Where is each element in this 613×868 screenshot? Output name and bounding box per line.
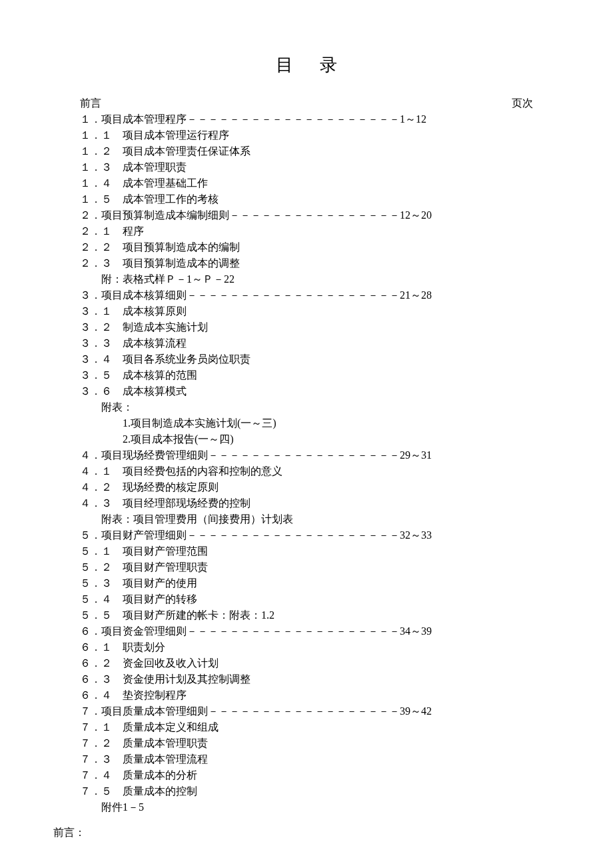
toc-entry: ３．项目成本核算细则－－－－－－－－－－－－－－－－－－－－21～28 — [80, 287, 533, 303]
toc-entry: 附表：项目管理费用（间接费用）计划表 — [80, 511, 533, 527]
toc-entry: ２．３ 项目预算制造成本的调整 — [80, 255, 533, 271]
toc-entry: ５．１ 项目财产管理范围 — [80, 543, 533, 559]
toc-entry: ５．项目财产管理细则－－－－－－－－－－－－－－－－－－－－32～33 — [80, 527, 533, 543]
toc-entry: ２．１ 程序 — [80, 223, 533, 239]
toc-entry: １．４ 成本管理基础工作 — [80, 175, 533, 191]
toc-entry: １．５ 成本管理工作的考核 — [80, 191, 533, 207]
toc-entry: ５．３ 项目财产的使用 — [80, 575, 533, 591]
toc-entry: 附表： — [80, 399, 533, 415]
toc-entry: ６．４ 垫资控制程序 — [80, 687, 533, 703]
toc-entry: ３．２ 制造成本实施计划 — [80, 319, 533, 335]
header-left: 前言 — [80, 95, 101, 111]
toc-entry: ７．３ 质量成本管理流程 — [80, 751, 533, 767]
document-page: 目录 前言 页次 １．项目成本管理程序－－－－－－－－－－－－－－－－－－－－1… — [0, 0, 613, 867]
toc-entry: ３．４ 项目各系统业务员岗位职责 — [80, 351, 533, 367]
toc-entry: ３．５ 成本核算的范围 — [80, 367, 533, 383]
toc-entry: ７．１ 质量成本定义和组成 — [80, 719, 533, 735]
toc-entry: ７．４ 质量成本的分析 — [80, 767, 533, 783]
toc-entry: １．３ 成本管理职责 — [80, 159, 533, 175]
toc-entry: ６．项目资金管理细则－－－－－－－－－－－－－－－－－－－－34～39 — [80, 623, 533, 639]
toc-entry: ６．３ 资金使用计划及其控制调整 — [80, 671, 533, 687]
toc-entry: ３．３ 成本核算流程 — [80, 335, 533, 351]
toc-entry: １．项目成本管理程序－－－－－－－－－－－－－－－－－－－－1～12 — [80, 111, 533, 127]
header-right: 页次 — [512, 95, 533, 111]
toc-entry: 2.项目成本报告(一～四) — [80, 431, 533, 447]
toc-entry: ４．１ 项目经费包括的内容和控制的意义 — [80, 463, 533, 479]
toc-entry: 附件1－5 — [80, 799, 533, 815]
toc-entry: ５．２ 项目财产管理职责 — [80, 559, 533, 575]
toc-entry: ３．１ 成本核算原则 — [80, 303, 533, 319]
toc-entry: 1.项目制造成本实施计划(一～三) — [80, 415, 533, 431]
toc-entry: １．２ 项目成本管理责任保证体系 — [80, 143, 533, 159]
toc-entry: ４．２ 现场经费的核定原则 — [80, 479, 533, 495]
toc-container: 前言 页次 １．项目成本管理程序－－－－－－－－－－－－－－－－－－－－1～12… — [80, 95, 533, 815]
toc-entry: ６．２ 资金回收及收入计划 — [80, 655, 533, 671]
toc-entry: ４．项目现场经费管理细则－－－－－－－－－－－－－－－－－－29～31 — [80, 447, 533, 463]
toc-entry: ７．项目质量成本管理细则－－－－－－－－－－－－－－－－－－39～42 — [80, 703, 533, 719]
toc-entry: ５．５ 项目财产所建的帐卡：附表：1.2 — [80, 607, 533, 623]
page-title: 目录 — [53, 53, 560, 77]
toc-entry: １．１ 项目成本管理运行程序 — [80, 127, 533, 143]
toc-entry: ６．１ 职责划分 — [80, 639, 533, 655]
footer-text: 前言： — [53, 826, 560, 840]
toc-entry: ３．６ 成本核算模式 — [80, 383, 533, 399]
toc-header-row: 前言 页次 — [80, 95, 533, 111]
toc-entry: ２．２ 项目预算制造成本的编制 — [80, 239, 533, 255]
toc-body: １．项目成本管理程序－－－－－－－－－－－－－－－－－－－－1～12１．１ 项目… — [80, 111, 533, 815]
toc-entry: ４．３ 项目经理部现场经费的控制 — [80, 495, 533, 511]
toc-entry: ５．４ 项目财产的转移 — [80, 591, 533, 607]
toc-entry: ２．项目预算制造成本编制细则－－－－－－－－－－－－－－－－12～20 — [80, 207, 533, 223]
toc-entry: ７．２ 质量成本管理职责 — [80, 735, 533, 751]
toc-entry: ７．５ 质量成本的控制 — [80, 783, 533, 799]
toc-entry: 附：表格式样Ｐ－1～Ｐ－22 — [80, 271, 533, 287]
